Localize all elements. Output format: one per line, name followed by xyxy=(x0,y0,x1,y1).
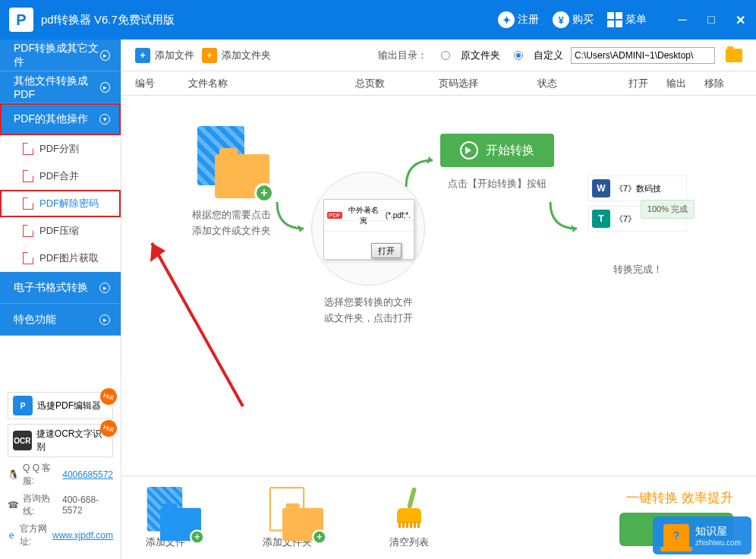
category-pdf-to-other[interactable]: PDF转换成其它文件 ▸ xyxy=(0,39,121,71)
plus-icon: + xyxy=(312,529,327,545)
buy-label: 购买 xyxy=(572,13,594,27)
maximize-button[interactable]: □ xyxy=(704,13,718,27)
buy-button[interactable]: ¥ 购买 xyxy=(553,11,594,28)
arrow-icon xyxy=(547,198,584,236)
th-del: 移除 xyxy=(704,77,742,90)
chevron-right-icon: ▸ xyxy=(99,314,110,325)
radio-original[interactable] xyxy=(441,51,450,60)
th-pages: 总页数 xyxy=(355,77,439,90)
promo-label: 迅捷PDF编辑器 xyxy=(37,400,101,412)
dialog-filename: 中外著名寓 xyxy=(345,205,383,226)
item-label: PDF合并 xyxy=(39,169,79,183)
ocr-icon: OCR xyxy=(13,431,32,450)
menu-icon xyxy=(607,12,622,27)
editor-icon: P xyxy=(13,396,33,415)
category-special[interactable]: 特色功能 ▸ xyxy=(0,304,121,336)
bottom-add-folder[interactable]: + 添加文件夹 xyxy=(263,487,312,549)
done-badge: 100% 完成 xyxy=(641,200,695,219)
cat-label: 电子书格式转换 xyxy=(14,281,88,295)
radio-custom-label: 自定义 xyxy=(534,49,563,62)
step4-caption: 转换完成！ xyxy=(569,262,706,278)
add-folder-label: 添加文件夹 xyxy=(222,49,271,62)
bottom-add-file[interactable]: + 添加文件 xyxy=(144,487,187,549)
bottom-clear-label: 清空列表 xyxy=(389,535,429,549)
step2-caption-2: 或文件夹，点击打开 xyxy=(300,311,436,327)
watermark-icon: ? xyxy=(663,524,689,547)
chevron-down-icon: ▾ xyxy=(99,114,110,125)
arrow-icon xyxy=(402,153,440,191)
step2-caption-1: 选择您要转换的文件 xyxy=(300,295,436,311)
qq-icon: 🐧 xyxy=(8,469,18,480)
menu-button[interactable]: 菜单 xyxy=(607,12,647,27)
add-folder-button[interactable]: + 添加文件夹 xyxy=(202,48,271,63)
sidebar-item-compress[interactable]: PDF压缩 xyxy=(0,217,121,245)
watermark-title: 知识屋 xyxy=(695,525,741,538)
sidebar-item-unlock[interactable]: PDF解除密码 xyxy=(0,190,121,217)
slogan: 一键转换 效率提升 xyxy=(626,489,733,507)
menu-label: 菜单 xyxy=(625,13,647,27)
sidebar: PDF转换成其它文件 ▸ 其他文件转换成PDF ▸ PDF的其他操作 ▾ PDF… xyxy=(0,39,121,559)
close-button[interactable]: ✕ xyxy=(733,13,747,27)
radio-original-label: 原文件夹 xyxy=(461,49,500,62)
pdf-icon xyxy=(23,252,33,264)
category-ebook[interactable]: 电子书格式转换 ▸ xyxy=(0,272,121,304)
qq-link[interactable]: 4006685572 xyxy=(62,469,113,480)
promo-pdf-editor[interactable]: P 迅捷PDF编辑器 Hot xyxy=(8,392,113,419)
pdf-icon xyxy=(23,225,33,237)
web-link[interactable]: www.xjpdf.com xyxy=(52,530,113,541)
add-file-label: 添加文件 xyxy=(155,49,194,62)
th-open: 打开 xyxy=(628,77,666,90)
watermark: ? 知识屋 zhishiwu.com xyxy=(653,516,751,554)
titlebar: P pdf转换器 V6.7免费试用版 ✦ 注册 ¥ 购买 菜单 ─ □ ✕ xyxy=(0,0,756,39)
step3-caption: 点击【开始转换】按钮 xyxy=(425,176,569,192)
item-label: PDF压缩 xyxy=(39,224,79,238)
plus-icon: + xyxy=(135,48,150,63)
cat-label: 特色功能 xyxy=(14,313,56,327)
contact-qq: 🐧 Q Q 客服: 4006685572 xyxy=(8,462,113,488)
dialog-ext: (*.pdf;*. xyxy=(386,211,411,219)
contact-tel: ☎ 咨询热线: 400-668-5572 xyxy=(8,492,113,518)
cat-label: PDF转换成其它文件 xyxy=(14,42,100,69)
web-label: 官方网址: xyxy=(20,523,48,548)
minimize-button[interactable]: ─ xyxy=(676,13,689,27)
hot-badge: Hot xyxy=(99,387,119,407)
radio-custom[interactable] xyxy=(514,51,523,60)
chevron-right-icon: ▸ xyxy=(100,50,110,61)
user-icon: ✦ xyxy=(498,11,515,28)
browse-folder-button[interactable] xyxy=(726,49,742,62)
bottom-clear-list[interactable]: 清空列表 xyxy=(388,487,430,549)
word-icon: W xyxy=(592,179,610,197)
result-illustration: W《7》数码技 T《7》 100% 完成 xyxy=(588,175,687,232)
cat-label: PDF的其他操作 xyxy=(14,112,88,126)
th-pagesel: 页码选择 xyxy=(439,77,537,90)
pdf-icon xyxy=(23,197,33,210)
plus-icon: + xyxy=(202,48,217,63)
sidebar-item-split[interactable]: PDF分割 xyxy=(0,135,121,163)
broom-icon xyxy=(394,487,424,523)
arrow-icon xyxy=(273,198,311,236)
add-file-button[interactable]: + 添加文件 xyxy=(135,48,194,63)
app-title: pdf转换器 V6.7免费试用版 xyxy=(41,13,498,27)
watermark-url: zhishiwu.com xyxy=(695,538,741,547)
promo-label: 捷速OCR文字识别 xyxy=(36,428,108,453)
th-num: 编号 xyxy=(135,77,188,90)
item-label: PDF分割 xyxy=(39,142,79,156)
register-button[interactable]: ✦ 注册 xyxy=(498,11,539,28)
sidebar-item-extract-images[interactable]: PDF图片获取 xyxy=(0,245,121,272)
item-label: PDF解除密码 xyxy=(39,197,99,210)
sidebar-item-merge[interactable]: PDF合并 xyxy=(0,163,121,190)
yen-icon: ¥ xyxy=(553,11,569,28)
promo-ocr[interactable]: OCR 捷速OCR文字识别 Hot xyxy=(8,424,113,457)
category-pdf-ops[interactable]: PDF的其他操作 ▾ xyxy=(0,103,121,135)
tel-value: 400-668-5572 xyxy=(62,494,113,516)
play-icon xyxy=(460,141,478,159)
start-label: 开始转换 xyxy=(486,143,534,159)
output-path-input[interactable] xyxy=(571,47,715,64)
category-other-to-pdf[interactable]: 其他文件转换成PDF ▸ xyxy=(0,71,121,103)
pdf-icon xyxy=(23,170,33,182)
chevron-right-icon: ▸ xyxy=(100,82,110,93)
pdf-icon xyxy=(23,143,33,155)
qq-label: Q Q 客服: xyxy=(23,462,58,488)
phone-icon: ☎ xyxy=(8,500,18,510)
contact-web: e 官方网址: www.xjpdf.com xyxy=(8,523,113,548)
